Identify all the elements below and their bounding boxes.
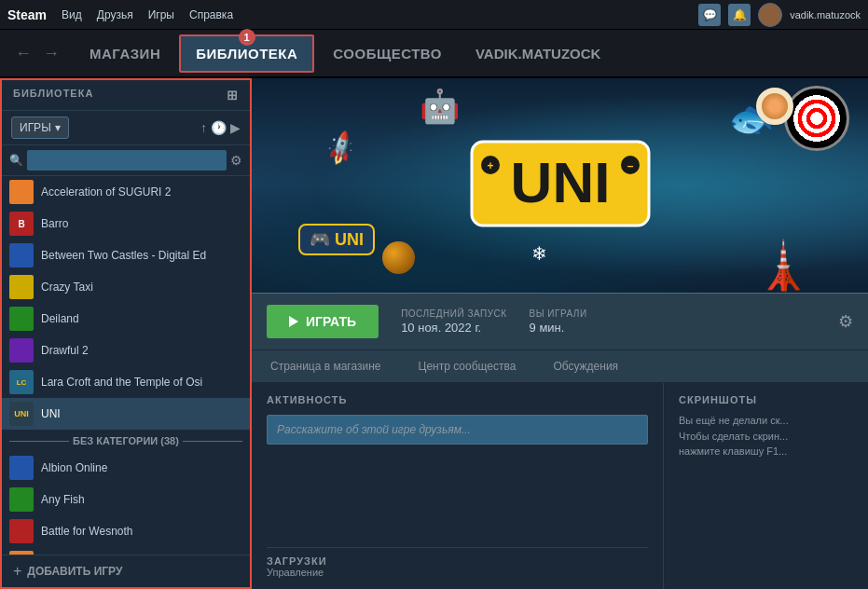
action-bar: ИГРАТЬ ПОСЛЕДНИЙ ЗАПУСК 10 ноя. 2022 г. … bbox=[252, 293, 868, 349]
downloads-section: ЗАГРУЗКИ Управление bbox=[267, 547, 648, 578]
activity-right: СКРИНШОТЫ Вы ещё не делали ск... Чтобы с… bbox=[663, 383, 868, 589]
activity-left: АКТИВНОСТЬ Расскажите об этой игре друзь… bbox=[252, 383, 663, 589]
game-icon: LC bbox=[9, 370, 34, 394]
svg-text:+: + bbox=[487, 159, 493, 172]
list-item-active[interactable]: UNI UNI bbox=[2, 398, 250, 430]
svg-text:UNI: UNI bbox=[510, 150, 610, 214]
downloads-title: ЗАГРУЗКИ bbox=[267, 555, 648, 567]
play-arrow-icon bbox=[289, 316, 298, 327]
game-icon: B bbox=[9, 212, 34, 236]
library-badge: 1 bbox=[239, 29, 255, 46]
add-game-button[interactable]: + ДОБАВИТЬ ИГРУ bbox=[2, 555, 250, 587]
screenshots-title: СКРИНШОТЫ bbox=[679, 394, 853, 405]
list-item[interactable]: Between Two Castles - Digital Ed bbox=[2, 240, 250, 271]
add-icon: + bbox=[13, 563, 21, 580]
tab-community-hub[interactable]: Центр сообщества bbox=[400, 350, 535, 382]
category-line-right bbox=[183, 441, 242, 442]
game-settings-button[interactable]: ⚙ bbox=[838, 311, 853, 332]
tab-store-page[interactable]: Страница в магазине bbox=[252, 350, 400, 382]
screenshots-placeholder: Вы ещё не делали ск... Чтобы сделать скр… bbox=[679, 413, 853, 459]
main-content: БИБЛИОТЕКА ⊞ ИГРЫ ▾ ↑ 🕐 ▶ 🔍 ⚙ Accelerati… bbox=[0, 78, 868, 589]
steam-logo[interactable]: Steam bbox=[7, 7, 47, 22]
list-item[interactable]: Albion Online bbox=[2, 452, 250, 484]
downloads-sub[interactable]: Управление bbox=[267, 567, 648, 578]
chat-icon[interactable]: 💬 bbox=[698, 4, 721, 26]
sidebar: БИБЛИОТЕКА ⊞ ИГРЫ ▾ ↑ 🕐 ▶ 🔍 ⚙ Accelerati… bbox=[0, 78, 252, 589]
game-icon bbox=[9, 487, 34, 512]
top-menu-right: 💬 🔔 vadik.matuzock bbox=[698, 3, 861, 27]
nav-bar: ← → МАГАЗИН БИБЛИОТЕКА 1 СООБЩЕСТВО VADI… bbox=[0, 30, 868, 78]
tab-discussions[interactable]: Обсуждения bbox=[534, 350, 637, 382]
uni-main-logo: UNI + – bbox=[467, 132, 654, 239]
game-icon bbox=[9, 338, 34, 363]
sort-clock-icon[interactable]: 🕐 bbox=[211, 120, 227, 135]
list-item[interactable]: Crazy Taxi bbox=[2, 271, 250, 303]
menu-item-vid[interactable]: Вид bbox=[62, 8, 82, 21]
sidebar-view-toggle[interactable]: ⊞ bbox=[227, 88, 239, 103]
dropdown-arrow-icon: ▾ bbox=[55, 121, 61, 134]
category-line-left bbox=[9, 441, 69, 442]
activity-input[interactable]: Расскажите об этой игре друзьям... bbox=[267, 415, 648, 445]
sidebar-header: БИБЛИОТЕКА ⊞ bbox=[2, 80, 250, 111]
activity-area: АКТИВНОСТЬ Расскажите об этой игре друзь… bbox=[252, 383, 868, 589]
sub-nav: Страница в магазине Центр сообщества Обс… bbox=[252, 349, 868, 383]
sidebar-controls: ИГРЫ ▾ ↑ 🕐 ▶ bbox=[2, 111, 250, 145]
category-dropdown[interactable]: ИГРЫ ▾ bbox=[11, 116, 69, 139]
game-icon bbox=[9, 243, 34, 267]
notification-icon[interactable]: 🔔 bbox=[728, 4, 751, 26]
game-icon bbox=[9, 456, 34, 480]
back-button[interactable]: ← bbox=[11, 44, 35, 63]
category-label: БЕЗ КАТЕГОРИИ (38) bbox=[73, 435, 179, 446]
game-icon bbox=[9, 275, 34, 299]
username-label: vadik.matuzock bbox=[790, 9, 861, 21]
tab-community[interactable]: СООБЩЕСТВО bbox=[318, 36, 457, 71]
nav-username[interactable]: VADIK.MATUZOCK bbox=[461, 36, 615, 71]
menu-item-help[interactable]: Справка bbox=[189, 8, 233, 21]
category-header: БЕЗ КАТЕГОРИИ (38) bbox=[2, 430, 250, 452]
list-item[interactable]: Any Fish bbox=[2, 484, 250, 515]
sort-icons: ↑ 🕐 ▶ bbox=[200, 120, 241, 135]
search-bar: 🔍 ⚙ bbox=[2, 145, 250, 176]
sort-play-icon[interactable]: ▶ bbox=[230, 120, 241, 135]
list-item[interactable]: Deiland bbox=[2, 303, 250, 335]
avatar[interactable] bbox=[758, 3, 782, 27]
game-icon: UNI bbox=[9, 402, 34, 426]
list-item[interactable]: Acceleration of SUGURI 2 bbox=[2, 176, 250, 208]
search-icon: 🔍 bbox=[9, 154, 23, 167]
search-input[interactable] bbox=[27, 150, 227, 171]
banner-logo-area: 🎮 UNI UNI + – bbox=[252, 78, 868, 293]
mini-uni-badge: 🎮 UNI bbox=[298, 224, 375, 255]
tab-library[interactable]: БИБЛИОТЕКА 1 bbox=[179, 34, 314, 73]
list-item[interactable]: Battle for Wesnoth bbox=[2, 515, 250, 547]
last-launch-stat: ПОСЛЕДНИЙ ЗАПУСК 10 ноя. 2022 г. bbox=[401, 308, 506, 335]
game-icon bbox=[9, 307, 34, 331]
list-item[interactable]: B Barro bbox=[2, 208, 250, 240]
played-stat: ВЫ ИГРАЛИ 9 мин. bbox=[530, 308, 587, 335]
list-item[interactable]: BeatNClean bbox=[2, 547, 250, 555]
game-banner: 🐟 🗼 🚀 🤖 ❄ 🎮 UNI bbox=[252, 78, 868, 293]
menu-item-friends[interactable]: Друзья bbox=[97, 8, 133, 21]
top-menu-bar: Steam Вид Друзья Игры Справка 💬 🔔 vadik.… bbox=[0, 0, 868, 30]
tab-store[interactable]: МАГАЗИН bbox=[75, 36, 175, 71]
game-icon bbox=[9, 519, 34, 543]
main-panel: 🐟 🗼 🚀 🤖 ❄ 🎮 UNI bbox=[252, 78, 868, 589]
sort-up-icon[interactable]: ↑ bbox=[200, 120, 207, 135]
menu-item-games[interactable]: Игры bbox=[148, 8, 174, 21]
list-item[interactable]: Drawful 2 bbox=[2, 335, 250, 366]
game-list: Acceleration of SUGURI 2 B Barro Between… bbox=[2, 176, 250, 555]
filter-icon[interactable]: ⚙ bbox=[230, 153, 242, 168]
svg-text:–: – bbox=[627, 159, 633, 172]
play-button[interactable]: ИГРАТЬ bbox=[267, 305, 379, 338]
game-icon bbox=[9, 180, 34, 204]
nav-arrows: ← → bbox=[11, 44, 63, 63]
activity-title: АКТИВНОСТЬ bbox=[267, 394, 648, 405]
list-item[interactable]: LC Lara Croft and the Temple of Osi bbox=[2, 366, 250, 398]
forward-button[interactable]: → bbox=[39, 44, 63, 63]
